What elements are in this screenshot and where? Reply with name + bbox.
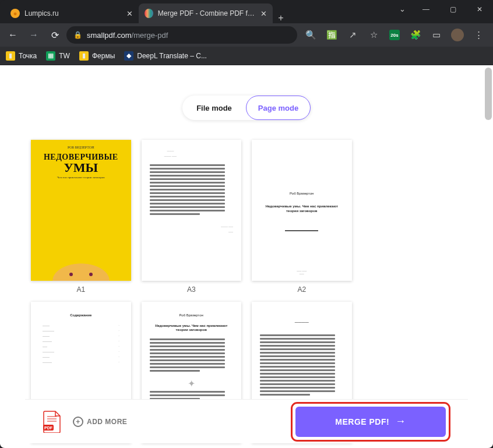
- favicon-lumpics-icon: ●: [10, 9, 20, 18]
- scrollbar-thumb[interactable]: [485, 68, 492, 120]
- url-domain: smallpdf.com: [87, 31, 132, 40]
- tabstrip-chevron-icon[interactable]: ⌄: [399, 5, 406, 13]
- bookmark-label: DeepL Translate – С...: [137, 52, 207, 60]
- translate-icon[interactable]: 🈯: [323, 26, 340, 44]
- toolbar-icons: 🔍 🈯 ↗ ☆ 20s 🧩 ▭ ⋮: [300, 26, 490, 44]
- page-mode-button[interactable]: Page mode: [246, 96, 311, 120]
- page-label: A2: [252, 285, 352, 294]
- close-icon[interactable]: ✕: [126, 9, 133, 18]
- tab-title: Lumpics.ru: [24, 9, 59, 17]
- url-path: /merge-pdf: [132, 31, 168, 40]
- plus-icon: +: [73, 417, 83, 427]
- lock-icon: 🔒: [73, 31, 82, 39]
- bookmark-deepl[interactable]: ◆ DeepL Translate – С...: [124, 51, 207, 61]
- new-tab-button[interactable]: +: [273, 13, 289, 23]
- bookmark-tochka[interactable]: ▮ Точка: [6, 51, 37, 61]
- tab-lumpics[interactable]: ● Lumpics.ru ✕: [5, 3, 139, 23]
- page-thumb: ——— ——— —— ——— —— ——: [142, 140, 242, 281]
- folder-icon: ▮: [79, 51, 89, 61]
- page-a1[interactable]: РОБ БРДЗЕРТОН НЕДОВЕРЧИВЫЕ УМЫ Чем нас п…: [31, 140, 131, 294]
- share-icon[interactable]: ↗: [344, 26, 361, 44]
- deepl-icon: ◆: [124, 51, 133, 61]
- window-minimize-button[interactable]: ―: [413, 0, 439, 19]
- menu-icon[interactable]: ⋮: [470, 26, 487, 44]
- page-thumb: Роб Бразертон Недоверчивые умы. Чем нас …: [252, 140, 352, 281]
- address-bar: ← → ⟳ 🔒 smallpdf.com/merge-pdf 🔍 🈯 ↗ ☆ 2…: [0, 23, 493, 47]
- bookmark-icon[interactable]: ☆: [365, 26, 382, 44]
- pdf-file-icon: PDF: [43, 411, 61, 433]
- add-more-button[interactable]: + ADD MORE: [73, 417, 127, 427]
- window-maximize-button[interactable]: ▢: [439, 0, 466, 19]
- bookmark-label: Фермы: [92, 52, 115, 60]
- mode-toggle: File mode Page mode: [182, 96, 311, 120]
- reader-icon[interactable]: ▭: [428, 26, 445, 44]
- arrow-right-icon: →: [395, 415, 406, 428]
- bookmark-label: Точка: [19, 52, 37, 60]
- tab-smallpdf[interactable]: Merge PDF - Combine PDF files o ✕: [139, 3, 273, 23]
- bookmark-tw[interactable]: ▦ TW: [46, 51, 70, 61]
- nav-back-button[interactable]: ←: [3, 26, 22, 44]
- nav-reload-button[interactable]: ⟳: [45, 26, 64, 44]
- window-controls: ― ▢ ✕: [413, 0, 493, 19]
- file-mode-button[interactable]: File mode: [182, 96, 246, 120]
- bookmark-label: TW: [59, 52, 70, 60]
- merge-pdf-button[interactable]: MERGE PDF! →: [295, 407, 446, 437]
- merge-highlight: MERGE PDF! →: [291, 402, 450, 442]
- scrollbar[interactable]: [485, 68, 492, 446]
- page-thumb: РОБ БРДЗЕРТОН НЕДОВЕРЧИВЫЕ УМЫ Чем нас п…: [31, 140, 131, 281]
- pages-grid: РОБ БРДЗЕРТОН НЕДОВЕРЧИВЫЕ УМЫ Чем нас п…: [25, 140, 468, 443]
- bookmarks-bar: ▮ Точка ▦ TW ▮ Фермы ◆ DeepL Translate –…: [0, 47, 493, 65]
- page-a3[interactable]: ——— ——— —— ——— —— —— A3: [142, 140, 242, 294]
- page-content: File mode Page mode РОБ БРДЗЕРТОН НЕДОВЕ…: [0, 65, 493, 448]
- titlebar: ⌄ ― ▢ ✕ ● Lumpics.ru ✕ Merge PDF - Combi…: [0, 0, 493, 23]
- window-close-button[interactable]: ✕: [466, 0, 493, 19]
- favicon-smallpdf-icon: [145, 9, 153, 18]
- close-icon[interactable]: ✕: [260, 9, 267, 18]
- extension-badge[interactable]: 20s: [386, 26, 403, 44]
- merge-label: MERGE PDF!: [335, 417, 389, 426]
- profile-avatar[interactable]: [449, 26, 466, 44]
- svg-text:PDF: PDF: [44, 426, 53, 430]
- search-icon[interactable]: 🔍: [302, 26, 319, 44]
- tab-title: Merge PDF - Combine PDF files o: [158, 9, 256, 17]
- page-label: A1: [31, 285, 131, 294]
- sheet-icon: ▦: [46, 51, 55, 61]
- bookmark-fermy[interactable]: ▮ Фермы: [79, 51, 115, 61]
- page-a2[interactable]: Роб Бразертон Недоверчивые умы. Чем нас …: [252, 140, 352, 294]
- page-label: A3: [142, 285, 242, 294]
- add-more-label: ADD MORE: [87, 418, 127, 426]
- extensions-icon[interactable]: 🧩: [407, 26, 424, 44]
- omnibox[interactable]: 🔒 smallpdf.com/merge-pdf: [66, 26, 297, 44]
- bottom-bar: PDF + ADD MORE MERGE PDF! →: [25, 399, 468, 443]
- folder-icon: ▮: [6, 51, 15, 61]
- nav-forward-button[interactable]: →: [24, 26, 43, 44]
- tabs: ● Lumpics.ru ✕ Merge PDF - Combine PDF f…: [5, 3, 289, 23]
